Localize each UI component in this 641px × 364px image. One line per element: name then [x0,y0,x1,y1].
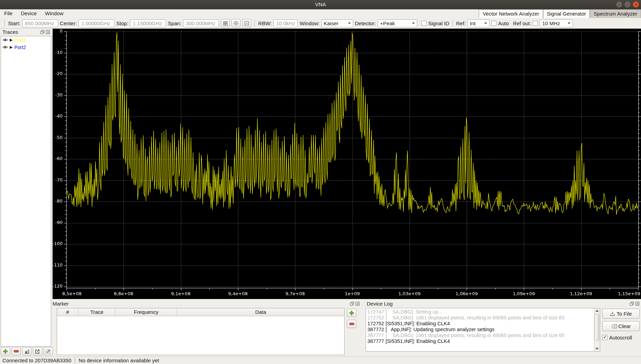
remove-marker-button[interactable] [347,320,356,328]
arrow-out-of-box-icon [35,349,40,354]
ref-select-value: Int [470,20,476,27]
marker-panel-title: Marker [53,301,69,307]
ref-out-freq-value: 10 MHz [542,20,560,27]
status-bar: Connected to 207D39AB3350 No device info… [0,356,641,364]
toolbar-drag-handle[interactable] [4,19,5,27]
plus-circle-icon [233,21,238,26]
close-button[interactable]: ✕ [633,1,639,8]
float-panel-icon[interactable] [630,301,634,306]
window-title: VNA [0,1,641,7]
close-panel-icon[interactable] [635,301,640,306]
menu-device[interactable]: Device [17,9,41,17]
autoscroll-label: Autoscroll [609,335,632,340]
device-log-title: Device Log [367,301,393,307]
maximize-button[interactable]: □ [624,1,631,8]
chevron-down-icon [484,22,487,24]
arrow-into-box-icon [24,349,29,354]
plus-icon [3,349,8,354]
menu-bar: FileDeviceWindow Vector Network Analyzer… [0,9,641,18]
log-scrollbar[interactable] [594,308,600,351]
save-to-file-icon [610,311,615,316]
trace-label: Port2 [14,45,26,50]
spectrum-plot[interactable] [53,29,641,299]
signal-id-checkbox[interactable] [421,21,427,26]
minus-icon [13,350,19,353]
start-field[interactable]: 850.000MHz [22,19,58,27]
title-bar: VNA – □ ✕ [0,0,641,9]
trace-row[interactable]: ▶Port1 [1,36,51,44]
remove-trace-button[interactable] [11,347,21,355]
log-to-file-button[interactable]: To File [602,309,640,319]
ref-select[interactable]: Int [467,19,489,27]
log-entry: 387772 [ App,INF]: Updating spectrum ana… [367,327,594,333]
add-marker-button[interactable] [347,309,356,317]
close-panel-icon[interactable] [46,30,50,34]
log-entry: 387777 [ SA,DBG]: 1001 displayed points,… [367,333,594,338]
start-label: Start: [8,20,20,26]
stop-field[interactable]: 1.15000GHz [130,19,166,27]
chevron-down-icon [348,22,351,24]
float-panel-icon[interactable] [350,301,354,306]
detector-select[interactable]: +Peak [378,19,417,27]
eye-icon[interactable] [2,45,8,49]
detector-select-value: +Peak [380,20,395,27]
span-field[interactable]: 300.000MHz [183,19,219,27]
detector-label: Detector: [355,20,376,26]
close-panel-icon[interactable] [355,301,360,306]
chevron-down-icon [568,22,570,24]
log-clear-button[interactable]: Clear [602,321,640,331]
add-trace-button[interactable] [1,347,10,355]
traces-list: ▶Port1▶Port2 [1,36,51,347]
status-divider [75,358,75,363]
log-entry: 172747 [ SA,DBG]: Setting up... [367,309,594,315]
trace-row[interactable]: ▶Port2 [1,44,51,51]
ref-out-checkbox[interactable] [533,21,538,26]
minus-icon [349,323,355,325]
signal-id-label: Signal ID [428,20,449,26]
export-trace-button[interactable] [33,347,42,355]
minimize-button[interactable]: – [616,1,622,8]
zoom-in-button[interactable] [231,19,240,27]
device-log-list[interactable]: 172747 [ SA,DBG]: Setting up...172752 [ … [366,308,600,352]
scroll-thumb[interactable] [595,314,599,340]
grid-icon [223,21,228,26]
tab-spectrum-analyzer[interactable]: Spectrum Analyzer [590,9,641,18]
ref-out-freq-select[interactable]: 10 MHz [540,19,573,27]
rbw-field[interactable]: 10.0kHz [273,19,298,27]
scroll-up-icon[interactable] [595,310,599,312]
tab-vector-network-analyzer[interactable]: Vector Network Analyzer [479,9,543,18]
to-file-label: To File [616,311,632,317]
chevron-down-icon [412,22,415,24]
center-field[interactable]: 1.00000GHz [79,19,115,27]
edit-trace-button[interactable] [44,347,53,355]
menu-window[interactable]: Window [41,9,67,17]
center-label: Center: [60,20,77,26]
ref-label: Ref: [456,20,466,26]
full-span-button[interactable] [221,19,230,27]
stop-label: Stop: [116,20,128,26]
autoscroll-checkbox[interactable] [602,335,607,340]
window-select[interactable]: Kaiser [321,19,353,27]
import-trace-button[interactable] [22,347,31,355]
toolbar-separator-2 [452,19,454,27]
auto-checkbox[interactable] [491,21,496,26]
log-entry: 172752 [ SA,DBG]: 1001 displayed points,… [367,315,594,321]
float-panel-icon[interactable] [40,30,45,34]
device-log-panel: Device Log 172747 [ SA,DBG]: Setting up.… [363,300,641,356]
expander-icon[interactable]: ▶ [10,45,12,49]
clear-backspace-icon [611,324,617,328]
marker-col-frequency: Frequency [116,308,177,316]
window-label: Window: [300,20,320,26]
device-info-status: No device information available yet [79,357,159,363]
expander-icon[interactable]: ▶ [10,38,12,42]
eye-icon[interactable] [2,38,8,42]
mode-tabs: Vector Network AnalyzerSignal GeneratorS… [479,9,641,18]
menu-file[interactable]: File [0,9,17,17]
marker-table: #TraceFrequencyData [57,308,345,355]
edit-pencil-icon [46,349,51,354]
tab-signal-generator[interactable]: Signal Generator [543,9,590,18]
plus-icon [349,310,354,316]
scroll-down-icon[interactable] [595,348,599,350]
zoom-out-button[interactable] [242,19,251,27]
window-select-value: Kaiser [324,20,339,27]
